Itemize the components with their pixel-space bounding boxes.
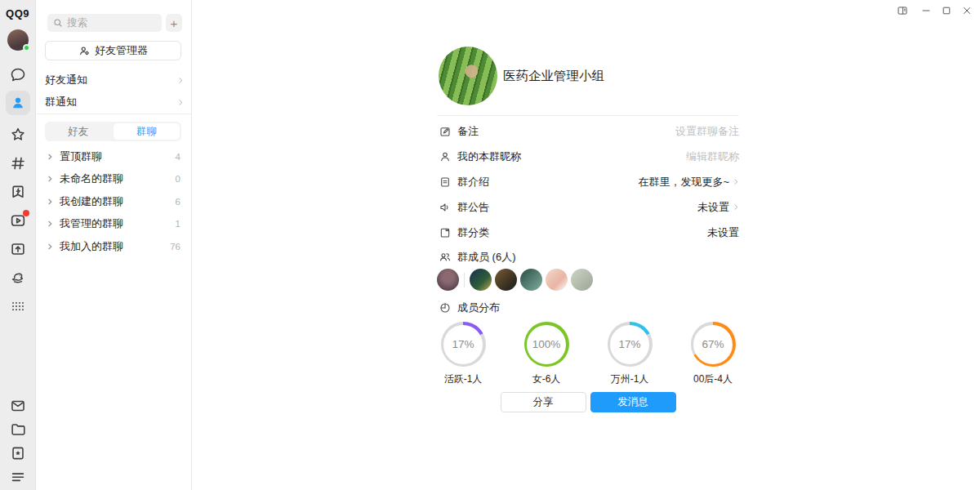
- distribution-section-label: 成员分布: [437, 296, 739, 320]
- contacts-person-icon[interactable]: [6, 91, 30, 115]
- donut-percent: 17%: [618, 338, 640, 350]
- tab-friends[interactable]: 好友: [45, 122, 112, 141]
- maximize-icon[interactable]: [940, 4, 953, 17]
- tab-groups[interactable]: 群聊: [114, 123, 180, 140]
- donut-chart: 17%: [441, 322, 486, 367]
- row-value: 编辑群昵称: [686, 149, 739, 164]
- folder-icon[interactable]: [9, 421, 27, 439]
- pie-chart-icon: [439, 301, 452, 314]
- group-category-list: 置顶群聊 4 未命名的群聊 0 我创建的群聊 6 我管理的群聊 1 我加入的群聊…: [37, 145, 191, 258]
- minimize-icon[interactable]: [920, 4, 933, 17]
- member-avatar[interactable]: [470, 269, 492, 291]
- category-count: 1: [176, 219, 180, 229]
- members-label-text: 群成员 (6人): [457, 250, 516, 265]
- star-icon[interactable]: [9, 126, 27, 144]
- friend-notice-label: 好友通知: [45, 73, 87, 87]
- bookmark-star-icon[interactable]: [9, 444, 27, 462]
- category-count: 0: [176, 174, 180, 184]
- people-icon: [439, 251, 452, 264]
- group-category-joined[interactable]: 我加入的群聊 76: [37, 235, 191, 258]
- friend-manager-button[interactable]: 好友管理器: [45, 41, 181, 60]
- donut-chart: 100%: [524, 322, 569, 367]
- edit-icon: [439, 125, 452, 138]
- remark-row[interactable]: 备注 设置群聊备注: [437, 119, 739, 145]
- group-header: 医药企业管理小组: [439, 47, 604, 105]
- mail-icon[interactable]: [9, 397, 27, 415]
- group-category-pinned[interactable]: 置顶群聊 4: [37, 145, 191, 168]
- group-intro-row[interactable]: 群介绍 在群里，发现更多~: [437, 170, 739, 195]
- group-info-rows: 备注 设置群聊备注 我的本群昵称 编辑群昵称 群介绍 在群里，发现更多~ 群公告…: [437, 119, 739, 245]
- category-count: 6: [176, 197, 180, 207]
- document-icon: [439, 176, 452, 189]
- group-title: 医药企业管理小组: [503, 68, 604, 85]
- member-avatar[interactable]: [546, 269, 568, 291]
- donut-region: 17% 万州-1人: [604, 322, 656, 386]
- notification-badge: [23, 210, 29, 216]
- member-avatar[interactable]: [520, 269, 542, 291]
- user-avatar[interactable]: [7, 29, 29, 51]
- donut-percent: 100%: [532, 338, 561, 350]
- row-label: 群公告: [457, 200, 489, 215]
- share-button[interactable]: 分享: [501, 392, 586, 412]
- group-avatar[interactable]: [439, 47, 497, 105]
- person-gear-icon: [78, 45, 91, 57]
- group-category-row[interactable]: 群分类 未设置: [437, 220, 739, 245]
- category-label: 未命名的群聊: [60, 172, 123, 186]
- panel-toggle-icon[interactable]: [896, 4, 909, 17]
- speaker-icon: [439, 201, 452, 214]
- member-avatar[interactable]: [495, 269, 517, 291]
- row-label: 我的本群昵称: [457, 149, 521, 164]
- caret-right-icon: [47, 243, 53, 251]
- send-message-button[interactable]: 发消息: [590, 392, 676, 412]
- frame-arrow-icon[interactable]: [9, 240, 27, 258]
- group-notice-item[interactable]: 群通知: [45, 91, 184, 113]
- donut-chart: 67%: [691, 322, 736, 367]
- donut-label: 活跃-1人: [444, 372, 483, 386]
- search-icon: [53, 18, 63, 28]
- grid-dots-icon[interactable]: [9, 297, 27, 315]
- add-button[interactable]: +: [166, 14, 182, 32]
- caret-right-icon: [47, 198, 53, 206]
- video-play-icon[interactable]: [9, 212, 27, 229]
- panel-divider: [37, 114, 191, 114]
- distribution-label-text: 成员分布: [457, 301, 500, 315]
- caret-right-icon: [47, 153, 53, 161]
- chat-bubble-icon[interactable]: [9, 66, 27, 84]
- donut-age: 67% 00后-4人: [687, 322, 739, 386]
- group-announcement-row[interactable]: 群公告 未设置: [437, 194, 739, 220]
- goose-icon[interactable]: [9, 269, 27, 287]
- search-box[interactable]: [47, 14, 162, 32]
- menu-icon[interactable]: [9, 468, 27, 486]
- category-label: 置顶群聊: [60, 149, 102, 164]
- group-category-created[interactable]: 我创建的群聊 6: [37, 190, 191, 213]
- donut-percent: 17%: [452, 338, 474, 350]
- bookmark-flash-icon[interactable]: [9, 183, 27, 201]
- qq-logo: QQ9: [6, 7, 29, 20]
- category-icon: [439, 226, 452, 239]
- caret-right-icon: [47, 175, 53, 183]
- hash-icon[interactable]: [9, 154, 27, 172]
- member-avatar-strip: [437, 269, 593, 291]
- group-notice-label: 群通知: [45, 95, 77, 109]
- person-icon: [439, 150, 452, 163]
- friend-manager-label: 好友管理器: [95, 43, 148, 58]
- row-value: 在群里，发现更多~: [638, 175, 729, 189]
- action-buttons: 分享 发消息: [437, 392, 739, 412]
- group-category-unnamed[interactable]: 未命名的群聊 0: [37, 168, 191, 191]
- app-rail: QQ9: [0, 0, 36, 490]
- member-avatar[interactable]: [571, 269, 593, 291]
- group-category-managed[interactable]: 我管理的群聊 1: [37, 213, 191, 236]
- category-count: 76: [170, 242, 180, 252]
- close-icon[interactable]: [960, 4, 973, 17]
- contacts-tabs: 好友 群聊: [45, 122, 181, 141]
- nickname-row[interactable]: 我的本群昵称 编辑群昵称: [437, 145, 739, 170]
- category-count: 4: [176, 152, 180, 162]
- member-distribution-charts: 17% 活跃-1人 100% 女-6人 17% 万州-1人 67% 00后-4人: [437, 322, 739, 386]
- search-input[interactable]: [67, 17, 156, 29]
- donut-label: 女-6人: [532, 372, 561, 386]
- row-label: 群介绍: [457, 175, 489, 189]
- chevron-right-icon: [177, 98, 184, 107]
- friend-notice-item[interactable]: 好友通知: [45, 69, 184, 91]
- member-avatar[interactable]: [437, 269, 459, 291]
- donut-female: 100% 女-6人: [520, 322, 572, 386]
